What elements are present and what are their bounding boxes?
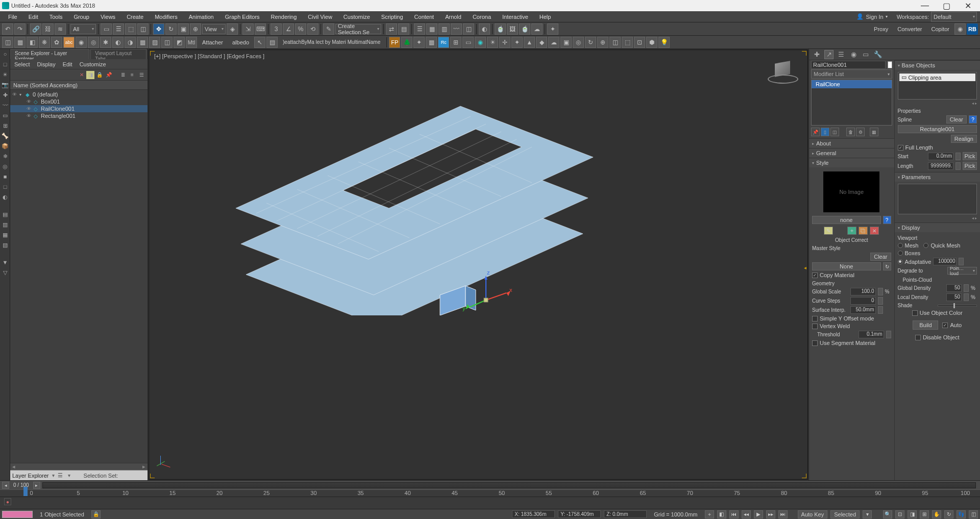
boxes-radio[interactable] [898,251,903,256]
degrade-dropdown[interactable]: Poin…loud [947,267,977,275]
global-scale-input[interactable]: 100.0 [850,288,876,295]
menu-scripting[interactable]: Scripting [376,14,408,20]
configure-sets-icon[interactable]: ⚙ [856,128,865,136]
bind-button[interactable]: ≋ [55,23,66,35]
spinner-icon[interactable] [955,153,961,160]
object-color-swatch[interactable] [888,61,892,68]
track-bar[interactable]: ● [0,497,980,509]
eye-icon[interactable]: 👁 [27,99,33,104]
coord-y[interactable]: Y: -1758.409m [558,510,601,518]
percent-snap-button[interactable]: % [295,23,306,35]
tool2-btn-27[interactable]: ✢ [499,37,510,48]
coord-x[interactable]: X: 1835.306m [512,510,555,518]
modifier-stack[interactable]: RailClone [811,80,892,126]
tab-viewport-layout[interactable]: Viewport Layout Tabs [90,49,146,59]
tool2-btn-38[interactable]: ⊡ [634,37,645,48]
style-info-button[interactable]: ? [883,216,891,224]
coord-z[interactable]: Z: 0.0mm [604,510,647,518]
eye-icon[interactable]: 👁 [27,113,33,118]
nav-walk-icon[interactable]: 👣 [957,510,966,518]
menu-help[interactable]: Help [534,14,556,20]
fp-button[interactable]: FP [389,37,400,48]
filter-1-icon[interactable]: ▤ [1,210,9,218]
tool2-btn-12[interactable]: ▦ [137,37,148,48]
threshold-input[interactable]: 0.1mm [859,331,884,338]
adaptive-radio[interactable] [898,259,903,264]
filter-3-icon[interactable]: ▦ [1,231,9,239]
spinner-icon[interactable] [964,293,969,301]
menu-tools[interactable]: Tools [44,14,68,20]
lock-selection-icon[interactable]: 🔒 [91,510,101,518]
menu-file[interactable]: File [3,14,22,20]
tree-icon-button[interactable]: 🌲 [401,37,412,48]
menu-arnold[interactable]: Arnold [440,14,467,20]
sign-in-button[interactable]: 👤 Sign In ▾ [852,13,891,20]
spinner-icon[interactable] [878,306,883,314]
layer-icon[interactable]: ☰ [137,71,145,79]
tool2-btn-14[interactable]: ◫ [161,37,173,48]
move-button[interactable]: ✥ [153,23,164,35]
column-header[interactable]: Name (Sorted Ascending) [10,81,148,90]
view-cube[interactable] [768,59,798,85]
key-filters-icon[interactable]: ▾ [863,510,872,518]
material-editor-button[interactable]: ◐ [479,23,490,35]
type-light-icon[interactable]: ☀ [1,70,9,79]
render-frame-button[interactable]: 🖼 [507,23,518,35]
create-tab-icon[interactable]: ✚ [812,50,821,59]
render-button[interactable]: 🍵 [519,23,530,35]
menu-animation[interactable]: Animation [184,14,219,20]
play-icon[interactable]: ▶ [754,510,763,518]
list-left-icon[interactable]: ◂ [972,101,974,106]
copy-material-checkbox[interactable]: ✓ [812,273,818,278]
chevron-down-icon[interactable]: ▾ [68,473,70,478]
tool2-btn-29[interactable]: ▲ [524,37,535,48]
quick-mesh-radio[interactable] [923,243,928,248]
tool2-btn-5[interactable]: ✿ [51,37,62,48]
viewport-label[interactable]: [+] [Perspective ] [Standard ] [Edged Fa… [154,53,264,59]
filter-2-icon[interactable]: ▥ [1,220,9,229]
add-time-tag-icon[interactable]: ＋ [705,510,714,518]
style-delete-icon[interactable]: ✕ [870,227,879,235]
type-container-icon[interactable]: 📦 [1,142,9,150]
undo-button[interactable]: ↶ [2,23,13,35]
selected-button[interactable]: Selected [830,510,860,518]
tool2-btn-4[interactable]: ❋ [39,37,50,48]
script-icon-button[interactable]: ▤ [266,37,278,48]
albedo-button[interactable]: albedo [228,39,253,45]
tool2-btn-40[interactable]: 💡 [658,37,670,48]
keyboard-shortcut-button[interactable]: ⌨ [255,23,266,35]
link-button[interactable]: 🔗 [30,23,41,35]
menu-customize[interactable]: Customize [338,14,375,20]
tool2-btn-7[interactable]: ◉ [76,37,87,48]
goto-end-icon[interactable]: ⏭ [778,510,788,518]
base-list[interactable]: ▭Clipping area [898,72,977,100]
style-edit-icon[interactable]: ✎ [824,227,833,235]
select-region-button[interactable]: ⬚ [125,23,136,35]
disable-object-checkbox[interactable] [915,335,921,340]
rollout-parameters[interactable]: ▾Parameters [895,172,981,182]
mirror-button[interactable]: ⇄ [386,23,397,35]
display-tab-icon[interactable]: ▭ [861,50,870,59]
start-input[interactable]: 0.0mm [928,153,953,160]
type-xref-icon[interactable]: ⊞ [1,121,9,130]
tool2-btn-30[interactable]: ◆ [536,37,547,48]
spline-target-button[interactable]: Rectangle001 [898,125,977,133]
type-group-icon[interactable]: ▭ [1,111,9,119]
funnel-icon[interactable]: ▼ [1,258,9,266]
gd-input[interactable]: 50 [946,284,962,292]
snap-toggle-button[interactable]: 3 [271,23,282,35]
length-pick-button[interactable]: Pick [963,162,977,170]
viewport[interactable]: [+] [Perspective ] [Standard ] [Edged Fa… [149,50,808,480]
rotate-button[interactable]: ↻ [165,23,177,35]
spinner-icon[interactable] [878,288,883,295]
tree-item[interactable]: 👁 ◇ Box001 [10,98,148,105]
close-button[interactable]: ✕ [958,1,978,11]
time-prev-button[interactable]: ◂ [2,482,9,489]
rollout-display[interactable]: ▾Display [895,223,981,232]
select-name-button[interactable]: ☰ [113,23,124,35]
auto-checkbox[interactable]: ✓ [942,323,948,328]
script-listener[interactable] [2,511,33,518]
stack-options-icon[interactable]: ▦ [870,128,878,136]
manipulate-button[interactable]: ⇲ [242,23,254,35]
eye-icon[interactable]: 👁 [12,92,18,97]
